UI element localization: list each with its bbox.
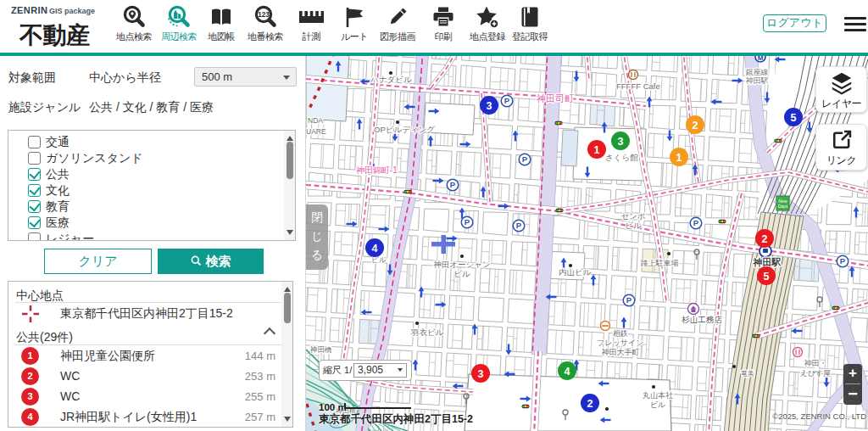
svg-text:竜美: 竜美	[741, 370, 754, 378]
svg-text:P: P	[522, 154, 528, 164]
svg-text:内山ビル: 内山ビル	[559, 267, 592, 277]
svg-text:杉山工務店: 杉山工務店	[681, 315, 722, 324]
svg-text:フレッサイン: フレッサイン	[597, 339, 643, 347]
svg-text:相鉄: 相鉄	[613, 329, 628, 338]
svg-text:5: 5	[764, 271, 770, 283]
svg-text:神田錦町-1: 神田錦町-1	[356, 165, 398, 175]
svg-text:えびす屋: えびす屋	[800, 369, 832, 378]
svg-text:2: 2	[587, 398, 593, 410]
svg-text:FFFFF Cafe: FFFFF Cafe	[616, 81, 660, 91]
svg-text:神田・: 神田・	[804, 359, 827, 367]
svg-text:神田司町: 神田司町	[537, 93, 574, 104]
svg-text:神田オーシャン: 神田オーシャン	[433, 260, 490, 269]
svg-text:M: M	[758, 56, 764, 62]
svg-text:神田大手町: 神田大手町	[602, 348, 640, 356]
svg-text:5: 5	[791, 112, 797, 124]
svg-text:銀座線: 銀座線	[746, 68, 769, 76]
svg-text:ビル: ビル	[453, 269, 470, 278]
svg-text:さくら館: さくら館	[605, 153, 638, 162]
svg-text:P: P	[693, 218, 699, 227]
svg-text:路上駐車場: 路上駐車場	[641, 259, 679, 267]
svg-text:P: P	[840, 256, 846, 266]
svg-text:3: 3	[478, 368, 484, 380]
svg-text:4: 4	[372, 243, 378, 255]
svg-text:P: P	[450, 180, 456, 189]
svg-text:ビル: ビル	[650, 400, 665, 409]
svg-text:ハナダビル: ハナダビル	[370, 75, 412, 84]
svg-text:Days: Days	[778, 204, 788, 209]
svg-text:P: P	[465, 217, 470, 227]
svg-text:UARE: UARE	[306, 127, 326, 136]
svg-text:P: P	[626, 295, 632, 305]
svg-text:神田駅: 神田駅	[753, 257, 782, 267]
svg-text:123: 123	[258, 11, 270, 19]
svg-text:羽衣ビル: 羽衣ビル	[410, 327, 444, 337]
svg-text:ビル: ビル	[625, 221, 642, 230]
svg-text:OPビルディング: OPビルディング	[374, 125, 435, 134]
svg-text:神田駅: 神田駅	[746, 76, 769, 85]
svg-text:NDA: NDA	[308, 116, 323, 125]
svg-text:3: 3	[487, 100, 492, 112]
svg-text:4: 4	[565, 366, 570, 378]
svg-text:丸山本社: 丸山本社	[643, 391, 673, 400]
svg-text:P: P	[516, 221, 522, 230]
svg-text:2: 2	[693, 120, 698, 132]
svg-text:1: 1	[594, 144, 600, 156]
svg-text:2: 2	[762, 233, 768, 245]
svg-text:3: 3	[618, 136, 624, 148]
svg-text:P: P	[504, 96, 510, 105]
svg-text:センポ: センポ	[620, 211, 645, 221]
svg-text:1: 1	[676, 152, 682, 164]
svg-text:神田橋: 神田橋	[309, 345, 332, 354]
